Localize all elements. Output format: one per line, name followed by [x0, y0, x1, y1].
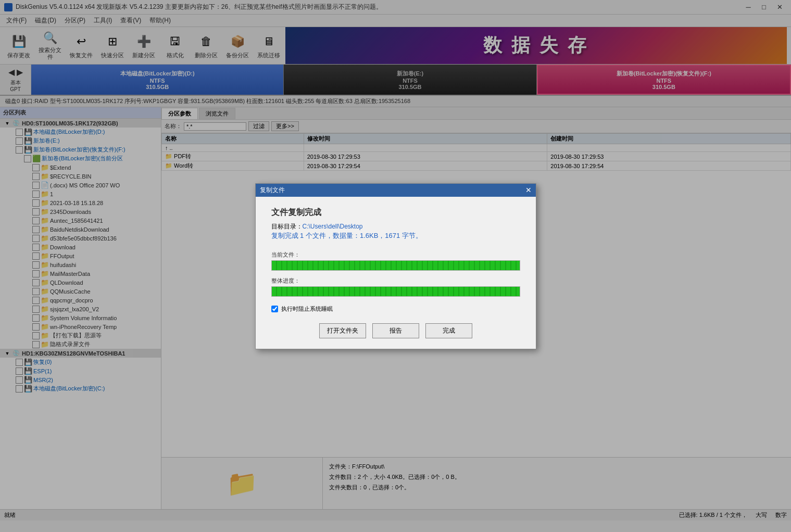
overall-section: 整体进度：: [271, 277, 520, 297]
report-button[interactable]: 报告: [372, 323, 419, 338]
sleep-checkbox[interactable]: [271, 306, 278, 312]
dialog-dest: 目标目录：C:\Users\dell\Desktop: [271, 222, 520, 231]
overall-label: 整体进度：: [271, 277, 520, 285]
current-file-progress: [271, 260, 520, 271]
dialog-dest-path: C:\Users\dell\Desktop: [303, 223, 363, 230]
dialog-result-text: 复制完成 1 个文件，数据量：1.6KB，1671 字节。: [271, 231, 520, 240]
overall-progress-fill: [272, 287, 520, 296]
current-file-label: 当前文件：: [271, 251, 520, 259]
dialog-title: 复制文件: [260, 186, 285, 195]
done-button[interactable]: 完成: [425, 323, 472, 338]
dialog-buttons: 打开文件夹 报告 完成: [271, 323, 520, 338]
dialog-content: 文件复制完成 目标目录：C:\Users\dell\Desktop 复制完成 1…: [256, 197, 536, 349]
dialog-overlay: 复制文件 ✕ 文件复制完成 目标目录：C:\Users\dell\Desktop…: [0, 0, 791, 532]
checkbox-label: 执行时阻止系统睡眠: [281, 305, 333, 313]
overall-progress: [271, 286, 520, 297]
current-file-progress-fill: [272, 261, 520, 270]
checkbox-row: 执行时阻止系统睡眠: [271, 305, 520, 313]
current-file-section: 当前文件：: [271, 251, 520, 271]
dialog-heading: 文件复制完成: [271, 207, 520, 218]
open-folder-button[interactable]: 打开文件夹: [319, 323, 366, 338]
copy-dialog: 复制文件 ✕ 文件复制完成 目标目录：C:\Users\dell\Desktop…: [255, 183, 536, 349]
dialog-titlebar: 复制文件 ✕: [256, 184, 536, 197]
dialog-dest-label: 目标目录：: [271, 223, 303, 230]
dialog-close-button[interactable]: ✕: [525, 186, 532, 194]
